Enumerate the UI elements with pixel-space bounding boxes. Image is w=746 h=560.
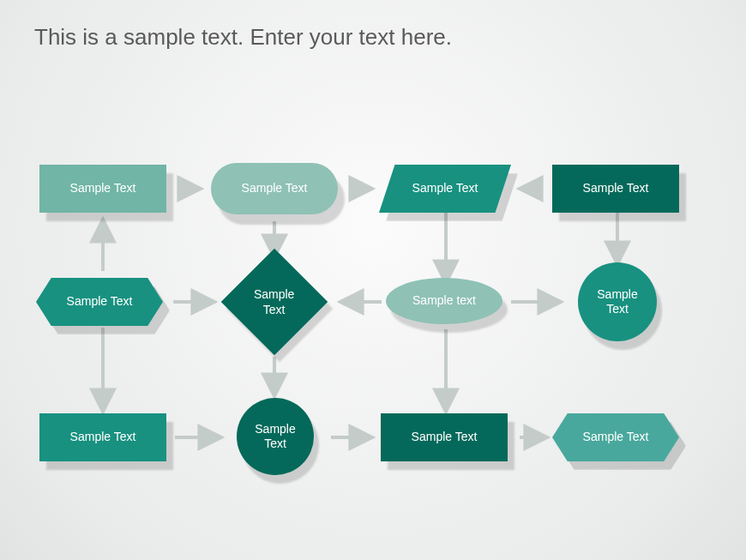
flow-node-hexagon: Sample Text [36, 278, 163, 326]
flow-node-circle: Sample Text [578, 262, 657, 341]
flow-node-hexagon: Sample Text [552, 413, 679, 461]
flow-node-ellipse: Sample text [386, 278, 502, 324]
node-label: Sample text [412, 293, 476, 309]
node-label: Sample Text [583, 181, 649, 196]
node-label: Sample Text [245, 287, 304, 317]
node-label: Sample Text [242, 181, 308, 196]
node-label: Sample Text [583, 430, 649, 445]
flow-node-rectangle: Sample Text [552, 165, 679, 213]
flow-node-rectangle: Sample Text [39, 413, 166, 461]
node-label: Sample Text [67, 294, 133, 310]
node-label: Sample Text [70, 430, 136, 445]
flow-node-rectangle: Sample Text [39, 165, 166, 213]
node-label: Sample Text [412, 181, 478, 196]
flow-node-parallelogram: Sample Text [379, 165, 511, 213]
flowchart-canvas: Sample Text Sample Text Sample Text Samp… [0, 0, 746, 560]
flow-node-circle: Sample Text [237, 398, 314, 475]
node-label: Sample Text [412, 430, 478, 445]
flow-node-rectangle: Sample Text [381, 413, 508, 461]
node-label: Sample Text [70, 181, 136, 196]
node-label: Sample Text [587, 287, 648, 317]
flow-node-terminator: Sample Text [211, 163, 338, 214]
node-label: Sample Text [245, 422, 305, 452]
